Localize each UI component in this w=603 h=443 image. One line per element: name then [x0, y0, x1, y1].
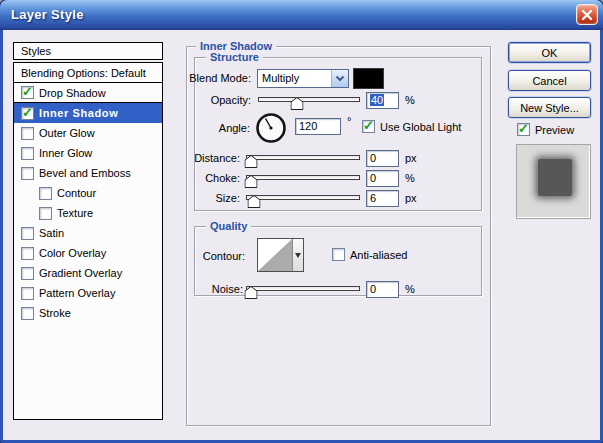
choke-label: Choke:: [130, 172, 240, 184]
style-item-label: Gradient Overlay: [39, 267, 122, 279]
distance-field[interactable]: 0: [366, 150, 399, 167]
style-enable-checkbox[interactable]: [21, 167, 34, 180]
contour-dropdown-arrow[interactable]: [292, 239, 303, 271]
size-slider-thumb[interactable]: [247, 194, 260, 207]
dial-icon: [255, 112, 287, 144]
structure-legend: Structure: [206, 51, 263, 63]
size-unit: px: [405, 192, 417, 204]
preview-label: Preview: [535, 124, 574, 136]
distance-unit: px: [405, 152, 417, 164]
effect-preview-thumbnail: [516, 144, 591, 219]
contour-label: Contour:: [135, 250, 245, 262]
blend-mode-select[interactable]: Multiply: [257, 69, 349, 88]
styles-list-item-texture[interactable]: Texture: [14, 203, 162, 223]
opacity-field[interactable]: 40: [366, 92, 399, 109]
blend-mode-label: Blend Mode:: [141, 72, 251, 84]
style-item-label: Inner Shadow: [39, 107, 118, 119]
size-value: 6: [370, 192, 376, 204]
distance-slider-thumb[interactable]: [244, 154, 257, 167]
title-bar[interactable]: Layer Style: [0, 0, 603, 30]
style-enable-checkbox[interactable]: [21, 247, 34, 260]
style-enable-checkbox[interactable]: [39, 187, 52, 200]
styles-list: Blending Options: DefaultDrop ShadowInne…: [13, 62, 163, 420]
noise-slider-thumb[interactable]: [244, 285, 257, 298]
layer-style-dialog: Layer Style Styles Blending Options: Def…: [0, 0, 603, 443]
styles-list-item-satin[interactable]: Satin: [14, 223, 162, 243]
preview-shadowed-square: [538, 159, 572, 196]
styles-list-item-drop-shadow[interactable]: Drop Shadow: [14, 83, 162, 103]
noise-unit: %: [405, 283, 415, 295]
noise-slider[interactable]: [246, 285, 360, 299]
size-field[interactable]: 6: [366, 190, 399, 207]
style-enable-checkbox[interactable]: [21, 127, 34, 140]
use-global-light-label: Use Global Light: [380, 121, 461, 133]
choke-slider-thumb[interactable]: [244, 174, 257, 187]
choke-slider-track[interactable]: [246, 175, 360, 180]
style-enable-checkbox[interactable]: [21, 287, 34, 300]
preview-checkbox[interactable]: [517, 123, 530, 136]
blend-color-swatch[interactable]: [353, 68, 384, 89]
style-item-label: Texture: [57, 207, 93, 219]
quality-legend: Quality: [206, 220, 251, 232]
style-item-label: Outer Glow: [39, 127, 95, 139]
distance-slider[interactable]: [246, 154, 360, 168]
style-enable-checkbox[interactable]: [21, 267, 34, 280]
choke-slider[interactable]: [246, 174, 360, 188]
style-item-label: Stroke: [39, 307, 71, 319]
dialog-body: Styles Blending Options: DefaultDrop Sha…: [3, 30, 600, 440]
angle-field[interactable]: 120: [295, 118, 341, 135]
noise-label: Noise:: [133, 283, 243, 295]
new-style-button[interactable]: New Style...: [508, 97, 591, 118]
opacity-unit: %: [405, 94, 415, 106]
style-item-label: Inner Glow: [39, 147, 92, 159]
opacity-slider-thumb[interactable]: [290, 96, 303, 109]
choke-unit: %: [405, 172, 415, 184]
chevron-down-icon: [335, 75, 345, 82]
angle-label: Angle:: [140, 122, 250, 134]
style-enable-checkbox[interactable]: [39, 207, 52, 220]
noise-slider-track[interactable]: [246, 286, 360, 291]
style-enable-checkbox[interactable]: [21, 227, 34, 240]
contour-picker[interactable]: [257, 238, 304, 272]
styles-list-item-stroke[interactable]: Stroke: [14, 303, 162, 323]
style-enable-checkbox[interactable]: [21, 307, 34, 320]
styles-list-item-gradient-overlay[interactable]: Gradient Overlay: [14, 263, 162, 283]
use-global-light-checkbox[interactable]: [362, 120, 375, 133]
style-item-label: Pattern Overlay: [39, 287, 115, 299]
opacity-slider-track[interactable]: [258, 97, 360, 102]
angle-dial[interactable]: [255, 112, 287, 144]
style-item-label: Contour: [57, 187, 96, 199]
choke-field[interactable]: 0: [366, 170, 399, 187]
blend-mode-dropdown-button[interactable]: [331, 70, 348, 87]
close-icon: [581, 9, 593, 21]
distance-slider-track[interactable]: [246, 155, 360, 160]
noise-field[interactable]: 0: [366, 281, 399, 298]
noise-value: 0: [370, 283, 376, 295]
size-slider-track[interactable]: [246, 195, 360, 200]
style-enable-checkbox[interactable]: [21, 86, 34, 99]
window-title: Layer Style: [11, 7, 84, 22]
styles-list-item-inner-shadow[interactable]: Inner Shadow: [14, 103, 162, 123]
angle-unit: °: [347, 115, 351, 127]
opacity-slider[interactable]: [258, 96, 360, 110]
size-slider[interactable]: [246, 194, 360, 208]
opacity-value: 40: [370, 94, 384, 106]
style-enable-checkbox[interactable]: [21, 147, 34, 160]
styles-panel-header: Styles: [13, 42, 163, 60]
anti-aliased-label: Anti-aliased: [350, 249, 407, 261]
cancel-button[interactable]: Cancel: [508, 70, 591, 91]
style-enable-checkbox[interactable]: [21, 107, 34, 120]
style-item-label: Drop Shadow: [39, 87, 106, 99]
distance-label: Distance:: [130, 152, 240, 164]
style-item-label: Bevel and Emboss: [39, 167, 131, 179]
anti-aliased-checkbox[interactable]: [332, 248, 345, 261]
style-item-label: Satin: [39, 227, 64, 239]
close-button[interactable]: [576, 4, 598, 25]
ok-button[interactable]: OK: [508, 42, 591, 63]
style-item-label: Color Overlay: [39, 247, 106, 259]
size-label: Size:: [130, 192, 240, 204]
opacity-label: Opacity:: [141, 94, 251, 106]
linear-contour-icon: [258, 239, 292, 271]
choke-value: 0: [370, 172, 376, 184]
styles-list-item-blending-options-default[interactable]: Blending Options: Default: [14, 63, 162, 83]
